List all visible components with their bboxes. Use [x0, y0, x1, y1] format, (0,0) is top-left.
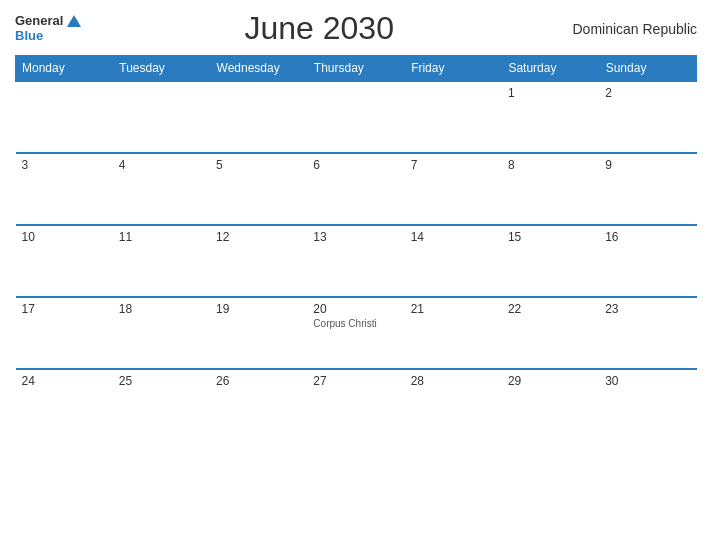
table-row [307, 81, 404, 153]
table-row: 6 [307, 153, 404, 225]
logo: General Blue [15, 14, 81, 43]
table-row: 21 [405, 297, 502, 369]
table-row: 9 [599, 153, 696, 225]
table-row: 13 [307, 225, 404, 297]
page: General Blue June 2030 Dominican Republi… [0, 0, 712, 550]
day-number: 14 [411, 230, 424, 244]
table-row: 17 [16, 297, 113, 369]
day-number: 10 [22, 230, 35, 244]
day-number: 22 [508, 302, 521, 316]
header-monday: Monday [16, 56, 113, 82]
table-row: 8 [502, 153, 599, 225]
table-row: 15 [502, 225, 599, 297]
table-row: 22 [502, 297, 599, 369]
day-number: 23 [605, 302, 618, 316]
header-saturday: Saturday [502, 56, 599, 82]
table-row: 19 [210, 297, 307, 369]
day-number: 16 [605, 230, 618, 244]
weekday-header-row: Monday Tuesday Wednesday Thursday Friday… [16, 56, 697, 82]
day-number: 29 [508, 374, 521, 388]
table-row: 25 [113, 369, 210, 441]
day-number: 5 [216, 158, 223, 172]
table-row: 7 [405, 153, 502, 225]
table-row: 10 [16, 225, 113, 297]
logo-blue-text: Blue [15, 29, 43, 43]
table-row: 20Corpus Christi [307, 297, 404, 369]
table-row: 18 [113, 297, 210, 369]
day-number: 4 [119, 158, 126, 172]
table-row: 26 [210, 369, 307, 441]
day-number: 13 [313, 230, 326, 244]
header-wednesday: Wednesday [210, 56, 307, 82]
day-number: 6 [313, 158, 320, 172]
day-number: 30 [605, 374, 618, 388]
table-row: 29 [502, 369, 599, 441]
table-row [210, 81, 307, 153]
day-number: 25 [119, 374, 132, 388]
day-number: 3 [22, 158, 29, 172]
day-number: 2 [605, 86, 612, 100]
calendar-week-row: 12 [16, 81, 697, 153]
day-number: 1 [508, 86, 515, 100]
calendar-week-row: 3456789 [16, 153, 697, 225]
day-number: 24 [22, 374, 35, 388]
table-row [405, 81, 502, 153]
table-row: 1 [502, 81, 599, 153]
calendar-week-row: 17181920Corpus Christi212223 [16, 297, 697, 369]
day-number: 12 [216, 230, 229, 244]
table-row: 5 [210, 153, 307, 225]
day-number: 17 [22, 302, 35, 316]
table-row: 23 [599, 297, 696, 369]
table-row: 16 [599, 225, 696, 297]
day-number: 20 [313, 302, 326, 316]
calendar-table: Monday Tuesday Wednesday Thursday Friday… [15, 55, 697, 441]
header-tuesday: Tuesday [113, 56, 210, 82]
table-row: 14 [405, 225, 502, 297]
day-number: 11 [119, 230, 132, 244]
day-number: 19 [216, 302, 229, 316]
calendar-week-row: 10111213141516 [16, 225, 697, 297]
header-thursday: Thursday [307, 56, 404, 82]
header: General Blue June 2030 Dominican Republi… [15, 10, 697, 47]
day-number: 15 [508, 230, 521, 244]
table-row: 28 [405, 369, 502, 441]
table-row: 3 [16, 153, 113, 225]
country-label: Dominican Republic [557, 21, 697, 37]
logo-triangle-icon [67, 15, 81, 27]
day-number: 27 [313, 374, 326, 388]
header-sunday: Sunday [599, 56, 696, 82]
table-row: 12 [210, 225, 307, 297]
table-row [113, 81, 210, 153]
calendar-week-row: 24252627282930 [16, 369, 697, 441]
table-row: 24 [16, 369, 113, 441]
table-row: 2 [599, 81, 696, 153]
day-number: 21 [411, 302, 424, 316]
table-row: 11 [113, 225, 210, 297]
day-event: Corpus Christi [313, 318, 398, 329]
header-friday: Friday [405, 56, 502, 82]
day-number: 28 [411, 374, 424, 388]
day-number: 8 [508, 158, 515, 172]
day-number: 18 [119, 302, 132, 316]
calendar-title: June 2030 [81, 10, 557, 47]
logo-general-text: General [15, 14, 63, 28]
day-number: 26 [216, 374, 229, 388]
table-row: 27 [307, 369, 404, 441]
day-number: 7 [411, 158, 418, 172]
table-row [16, 81, 113, 153]
table-row: 4 [113, 153, 210, 225]
table-row: 30 [599, 369, 696, 441]
day-number: 9 [605, 158, 612, 172]
